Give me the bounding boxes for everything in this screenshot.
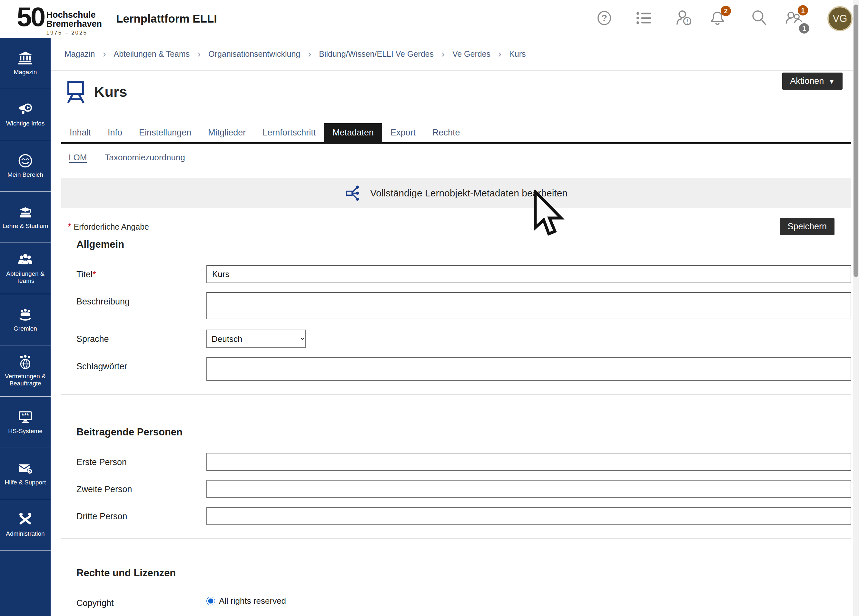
sidebar-item-abteilungen-teams[interactable]: Abteilungen & Teams: [0, 243, 51, 294]
scrollbar-thumb[interactable]: [854, 5, 858, 277]
tab-rechte[interactable]: Rechte: [424, 123, 469, 142]
subtab-bar: LOM Taxonomiezuordnung: [61, 153, 851, 163]
breadcrumb-separator: ›: [103, 48, 106, 59]
contacts-badge-top: 1: [798, 5, 808, 16]
actions-button[interactable]: Aktionen▼: [782, 73, 843, 90]
form-row-schlagwoerter: Schlagwörter: [61, 357, 851, 381]
schlagwoerter-label: Schlagwörter: [61, 357, 206, 381]
beschreibung-textarea[interactable]: [206, 292, 851, 319]
page-title: Kurs: [94, 83, 127, 100]
erste-person-label: Erste Person: [61, 453, 206, 471]
sidebar-item-administration[interactable]: Administration: [0, 499, 51, 550]
section-title-allgemein: Allgemein: [77, 239, 851, 250]
contacts-badge-bottom: 1: [799, 23, 809, 34]
subtab-taxonomiezuordnung[interactable]: Taxonomiezuordnung: [105, 153, 185, 163]
form-row-sprache: Sprache Deutsch: [61, 330, 851, 348]
user-status-button[interactable]: !: [676, 10, 693, 27]
svg-text:?: ?: [28, 469, 31, 474]
banner-label: Vollständige Lernobjekt-Metadaten bearbe…: [370, 188, 567, 199]
sidebar-item-hs-systeme[interactable]: *** HS-Systeme: [0, 397, 51, 448]
zweite-person-input[interactable]: [206, 480, 851, 498]
sprache-select[interactable]: Deutsch: [206, 330, 306, 348]
avatar[interactable]: VG: [828, 6, 853, 31]
contacts-button[interactable]: 1 1: [786, 10, 802, 27]
dritte-person-label: Dritte Person: [61, 507, 206, 525]
copyright-option-label: All rights reserved: [219, 596, 286, 606]
tab-metadaten[interactable]: Metadaten: [324, 123, 382, 142]
required-asterisk: *: [68, 222, 71, 231]
svg-text:!: !: [687, 19, 689, 25]
form-row-titel: Titel*: [61, 265, 851, 283]
breadcrumb-item-bildung-wissen[interactable]: Bildung/Wissen/ELLI Ve Gerdes: [319, 49, 434, 59]
mail-question-icon: ?: [18, 461, 33, 476]
section-divider: [61, 538, 851, 539]
breadcrumb-separator: ›: [197, 48, 201, 59]
smiley-icon: [18, 153, 33, 168]
user-status-icon: !: [676, 10, 693, 27]
logo-line1: Hochschule: [46, 10, 102, 19]
globe-people-icon: [18, 355, 33, 370]
tab-bar: Inhalt Info Einstellungen Mitglieder Ler…: [61, 123, 851, 144]
save-button[interactable]: Speichern: [780, 218, 834, 235]
app-title: Lernplattform ELLI: [116, 12, 217, 25]
breadcrumb-item-abteilungen[interactable]: Abteilungen & Teams: [114, 49, 190, 59]
breadcrumb-separator: ›: [442, 48, 445, 59]
monitor-password-icon: ***: [18, 410, 33, 425]
tab-mitglieder[interactable]: Mitglieder: [200, 123, 254, 142]
sidebar-item-hilfe-support[interactable]: ? Hilfe & Support: [0, 448, 51, 499]
notifications-button[interactable]: 2: [709, 10, 726, 27]
breadcrumb: Magazin › Abteilungen & Teams › Organisa…: [51, 38, 859, 70]
todo-list-icon: [636, 10, 653, 27]
zweite-person-label: Zweite Person: [61, 480, 206, 498]
sidebar-item-mein-bereich[interactable]: Mein Bereich: [0, 140, 51, 192]
logo-years: 1975 – 2025: [46, 30, 102, 36]
easel-icon: [65, 80, 86, 104]
copyright-radio[interactable]: [206, 597, 215, 605]
tab-info[interactable]: Info: [99, 123, 131, 142]
people-in-hand-icon: [18, 307, 33, 322]
section-divider: [61, 394, 851, 395]
breadcrumb-separator: ›: [498, 48, 501, 59]
todo-list-button[interactable]: [636, 10, 653, 27]
tab-inhalt[interactable]: Inhalt: [61, 123, 99, 142]
form-row-zweite-person: Zweite Person: [61, 480, 851, 498]
copyright-label: Copyright: [61, 594, 206, 608]
search-button[interactable]: [751, 10, 768, 27]
required-note-row: *Erforderliche Angabe Speichern: [61, 222, 851, 233]
tab-export[interactable]: Export: [382, 123, 424, 142]
university-logo[interactable]: 50 Hochschule Bremerhaven 1975 – 2025: [17, 5, 102, 36]
form-row-copyright: Copyright All rights reserved: [61, 594, 851, 608]
caret-down-icon: ▼: [828, 78, 835, 86]
dritte-person-input[interactable]: [206, 507, 851, 525]
vertical-scrollbar[interactable]: [853, 0, 859, 616]
metadata-hub-icon: [345, 184, 362, 202]
notifications-badge: 2: [721, 6, 731, 16]
logo-line2: Bremerhaven: [46, 19, 102, 28]
breadcrumb-item-organisationsentwicklung[interactable]: Organisationsentwicklung: [208, 49, 300, 59]
section-title-beitragende-personen: Beitragende Personen: [77, 426, 851, 438]
subtab-lom[interactable]: LOM: [69, 153, 87, 163]
sidebar-item-magazin[interactable]: Magazin: [0, 38, 51, 89]
help-button[interactable]: ?: [596, 10, 613, 27]
sidebar-item-vertretungen[interactable]: Vertretungen & Beauftragte: [0, 346, 51, 397]
titel-input[interactable]: [206, 265, 851, 283]
tab-lernfortschritt[interactable]: Lernfortschritt: [254, 123, 324, 142]
erste-person-input[interactable]: [206, 453, 851, 471]
required-asterisk: *: [92, 270, 96, 279]
people-group-icon: [18, 252, 33, 267]
main-sidebar: Magazin Wichtige Infos Mein Bereich Lehr…: [0, 38, 51, 616]
sidebar-item-gremien[interactable]: Gremien: [0, 294, 51, 346]
breadcrumb-item-magazin[interactable]: Magazin: [64, 49, 95, 59]
books-gradcap-icon: [18, 205, 33, 220]
breadcrumb-item-kurs[interactable]: Kurs: [509, 49, 526, 59]
svg-text:***: ***: [22, 412, 29, 419]
breadcrumb-item-ve-gerdes[interactable]: Ve Gerdes: [452, 49, 490, 59]
sidebar-item-lehre-studium[interactable]: Lehre & Studium: [0, 192, 51, 243]
sprache-label: Sprache: [61, 330, 206, 348]
schlagwoerter-input[interactable]: [206, 357, 851, 381]
section-title-rechte-lizenzen: Rechte und Lizenzen: [77, 567, 851, 579]
edit-full-metadata-banner[interactable]: Vollständige Lernobjekt-Metadaten bearbe…: [61, 178, 851, 208]
bank-icon: [18, 51, 33, 66]
sidebar-item-wichtige-infos[interactable]: Wichtige Infos: [0, 89, 51, 140]
tab-einstellungen[interactable]: Einstellungen: [131, 123, 200, 142]
